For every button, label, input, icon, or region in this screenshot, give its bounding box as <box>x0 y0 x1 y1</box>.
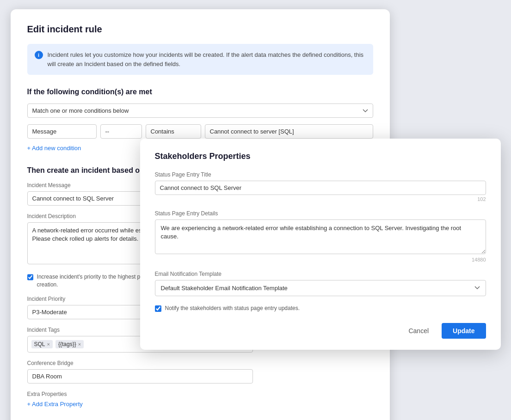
email-template-group: Email Notification Template Default Stak… <box>155 271 486 296</box>
status-page-details-char-count: 14880 <box>155 257 486 262</box>
email-template-select-wrapper: Default Stakeholder Email Notification T… <box>155 280 486 296</box>
priority-checkbox[interactable] <box>27 274 33 280</box>
tag-sql: SQL × <box>31 340 53 348</box>
status-page-details-group: Status Page Entry Details We are experie… <box>155 210 486 262</box>
extra-properties-group: Extra Properties + Add Extra Property <box>27 391 253 408</box>
status-page-title-char-count: 102 <box>155 196 486 202</box>
notify-checkbox[interactable] <box>155 305 161 312</box>
status-page-details-label: Status Page Entry Details <box>155 210 486 217</box>
condition-row: Message -- Contains <box>27 124 373 139</box>
email-template-label: Email Notification Template <box>155 271 486 277</box>
email-template-select[interactable]: Default Stakeholder Email Notification T… <box>155 280 486 296</box>
info-banner-text: Incident rules let you customize how you… <box>48 50 366 68</box>
match-select-row: Match one or more conditions below <box>27 103 373 118</box>
stakeholders-modal: Stakeholders Properties Status Page Entr… <box>140 139 501 350</box>
condition-operator-select[interactable]: Contains <box>146 124 201 139</box>
info-icon: i <box>35 51 43 59</box>
modal-footer: Cancel Update <box>155 323 486 339</box>
tag-tags: {{tags}} × <box>55 340 84 348</box>
notify-checkbox-label: Notify the stakeholders with status page… <box>165 304 300 312</box>
extra-properties-label: Extra Properties <box>27 391 253 397</box>
status-page-details-textarea[interactable]: We are experiencing a network-related er… <box>155 219 486 254</box>
condition-dash-select[interactable]: -- <box>100 124 142 139</box>
modal-title: Stakeholders Properties <box>155 152 486 161</box>
notify-checkbox-row: Notify the stakeholders with status page… <box>155 304 486 312</box>
conference-bridge-group: Conference Bridge <box>27 360 253 383</box>
status-page-title-input[interactable] <box>155 181 486 195</box>
add-extra-property-link[interactable]: + Add Extra Property <box>27 401 83 408</box>
page-title: Edit incident rule <box>27 24 373 35</box>
status-page-title-group: Status Page Entry Title 102 <box>155 171 486 202</box>
add-condition-link[interactable]: + Add new condition <box>27 145 81 152</box>
condition-field-select[interactable]: Message <box>27 124 97 139</box>
condition-value-input[interactable] <box>205 124 373 139</box>
match-dropdown[interactable]: Match one or more conditions below <box>27 103 373 118</box>
conference-bridge-label: Conference Bridge <box>27 360 253 366</box>
status-page-title-label: Status Page Entry Title <box>155 171 486 178</box>
tag-tags-close[interactable]: × <box>78 341 81 347</box>
condition-section-title: If the following condition(s) are met <box>27 88 373 96</box>
conference-bridge-input[interactable] <box>27 369 253 383</box>
tag-sql-close[interactable]: × <box>47 341 50 347</box>
cancel-button[interactable]: Cancel <box>401 323 436 338</box>
update-button[interactable]: Update <box>442 323 486 339</box>
info-banner: i Incident rules let you customize how y… <box>27 44 373 75</box>
